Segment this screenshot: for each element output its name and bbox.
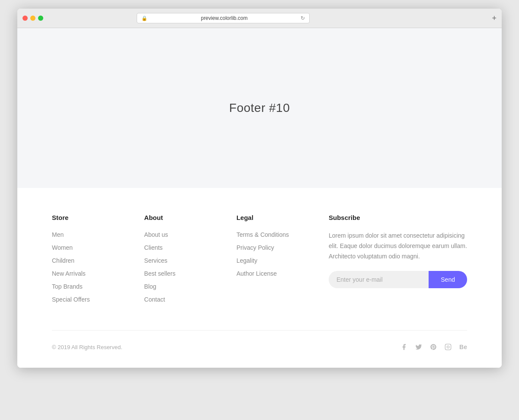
list-item: Best sellers	[144, 270, 236, 277]
svg-rect-0	[445, 344, 451, 350]
footer-divider	[52, 330, 467, 331]
list-item: Terms & Conditions	[237, 231, 329, 239]
address-bar: 🔒 preview.colorlib.com ↻	[137, 13, 310, 23]
list-item: About us	[144, 231, 236, 239]
footer-col-subscribe: Subscribe Lorem ipsum dolor sit amet con…	[329, 214, 467, 309]
footer-col-legal: Legal Terms & Conditions Privacy Policy …	[237, 214, 329, 309]
traffic-light-red[interactable]	[22, 16, 28, 21]
footer-col-store: Store Men Women Children New Arrivals To…	[52, 214, 144, 309]
page-hero: Footer #10	[17, 28, 502, 188]
subscribe-form: Send	[329, 271, 467, 288]
store-link-new-arrivals[interactable]: New Arrivals	[52, 270, 86, 277]
legal-link-terms[interactable]: Terms & Conditions	[237, 231, 289, 238]
legal-link-legality[interactable]: Legality	[237, 257, 257, 264]
address-url: preview.colorlib.com	[150, 15, 298, 21]
store-heading: Store	[52, 214, 144, 221]
social-icons: Be	[400, 344, 467, 350]
browser-window: 🔒 preview.colorlib.com ↻ + Footer #10 St…	[17, 9, 502, 368]
pinterest-icon[interactable]	[430, 344, 437, 350]
about-links: About us Clients Services Best sellers B…	[144, 231, 236, 303]
list-item: Top Brands	[52, 283, 144, 290]
about-link-best-sellers[interactable]: Best sellers	[144, 270, 175, 277]
legal-link-author-license[interactable]: Author License	[237, 270, 277, 277]
list-item: Clients	[144, 244, 236, 251]
about-link-blog[interactable]: Blog	[144, 283, 156, 290]
footer: Store Men Women Children New Arrivals To…	[17, 188, 502, 368]
list-item: Author License	[237, 270, 329, 277]
traffic-light-green[interactable]	[38, 16, 43, 21]
list-item: New Arrivals	[52, 270, 144, 277]
email-input[interactable]	[329, 271, 429, 288]
twitter-icon[interactable]	[415, 344, 422, 350]
traffic-light-yellow[interactable]	[30, 16, 35, 21]
footer-bottom: © 2019 All Rights Reserved.	[52, 344, 467, 368]
list-item: Blog	[144, 283, 236, 290]
list-item: Privacy Policy	[237, 244, 329, 251]
store-links: Men Women Children New Arrivals Top Bran…	[52, 231, 144, 303]
about-link-contact[interactable]: Contact	[144, 296, 165, 303]
about-heading: About	[144, 214, 236, 221]
list-item: Women	[52, 244, 144, 251]
store-link-special-offers[interactable]: Special Offers	[52, 296, 90, 303]
footer-top: Store Men Women Children New Arrivals To…	[52, 214, 467, 330]
facebook-icon[interactable]	[400, 344, 407, 350]
behance-icon[interactable]: Be	[459, 344, 467, 350]
footer-col-about: About About us Clients Services Best sel…	[144, 214, 236, 309]
list-item: Contact	[144, 296, 236, 303]
refresh-icon[interactable]: ↻	[301, 15, 305, 21]
legal-links: Terms & Conditions Privacy Policy Legali…	[237, 231, 329, 277]
instagram-icon[interactable]	[445, 344, 452, 350]
store-link-men[interactable]: Men	[52, 231, 64, 238]
subscribe-description: Lorem ipsum dolor sit amet consectetur a…	[329, 231, 467, 261]
send-button[interactable]: Send	[429, 271, 467, 288]
traffic-lights	[22, 16, 43, 21]
store-link-children[interactable]: Children	[52, 257, 74, 264]
about-link-clients[interactable]: Clients	[144, 244, 163, 251]
list-item: Legality	[237, 257, 329, 264]
browser-chrome: 🔒 preview.colorlib.com ↻ +	[17, 9, 502, 28]
list-item: Special Offers	[52, 296, 144, 303]
about-link-about-us[interactable]: About us	[144, 231, 168, 238]
legal-link-privacy[interactable]: Privacy Policy	[237, 244, 274, 251]
copyright-text: © 2019 All Rights Reserved.	[52, 344, 122, 350]
store-link-women[interactable]: Women	[52, 244, 73, 251]
list-item: Children	[52, 257, 144, 264]
store-link-top-brands[interactable]: Top Brands	[52, 283, 83, 290]
new-tab-button[interactable]: +	[492, 14, 497, 22]
list-item: Services	[144, 257, 236, 264]
about-link-services[interactable]: Services	[144, 257, 167, 264]
subscribe-heading: Subscribe	[329, 214, 467, 221]
lock-icon: 🔒	[141, 16, 147, 21]
list-item: Men	[52, 231, 144, 239]
page-title: Footer #10	[229, 101, 290, 115]
legal-heading: Legal	[237, 214, 329, 221]
